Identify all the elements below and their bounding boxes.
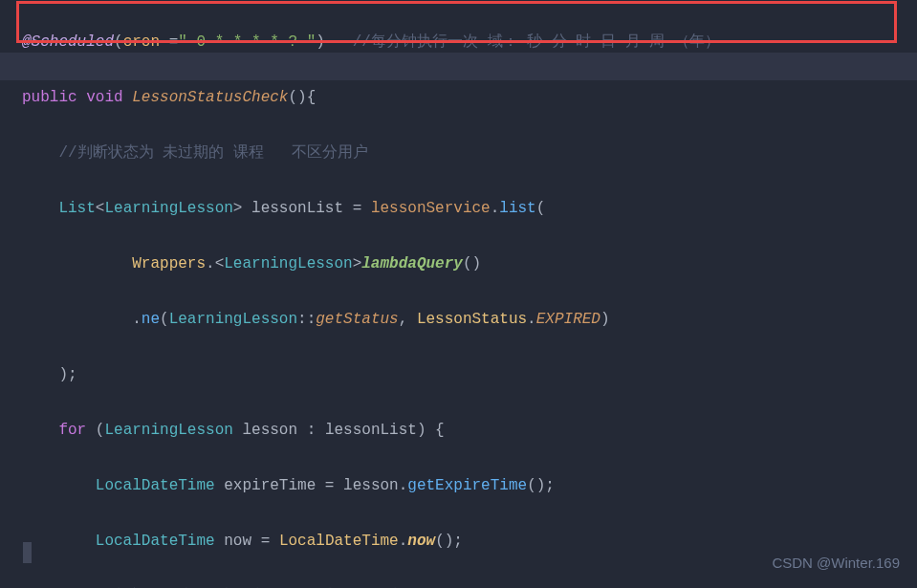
code-line-8: for (LearningLesson lesson : lessonList)… (22, 417, 917, 445)
code-line-11: //判断是否过期 过期时间是不是小于当前时间 (22, 583, 917, 588)
code-line-3: //判断状态为 未过期的 课程 不区分用户 (22, 140, 917, 167)
code-line-4: List<LearningLesson> lessonList = lesson… (22, 195, 917, 223)
annotation-token: @Scheduled (22, 33, 114, 51)
code-line-2: public void LessonStatusCheck(){ (22, 84, 917, 112)
code-line-6: .ne(LearningLesson::getStatus, LessonSta… (22, 306, 917, 334)
code-line-7: ); (22, 361, 917, 389)
code-line-5: Wrappers.<LearningLesson>lambdaQuery() (22, 250, 917, 278)
code-line-1: @Scheduled(cron =" 0 * * * * ? ") //每分钟执… (22, 29, 917, 56)
code-editor[interactable]: @Scheduled(cron =" 0 * * * * ? ") //每分钟执… (0, 0, 917, 588)
code-line-9: LocalDateTime expireTime = lesson.getExp… (22, 472, 917, 500)
watermark: CSDN @Winter.169 (772, 549, 900, 577)
